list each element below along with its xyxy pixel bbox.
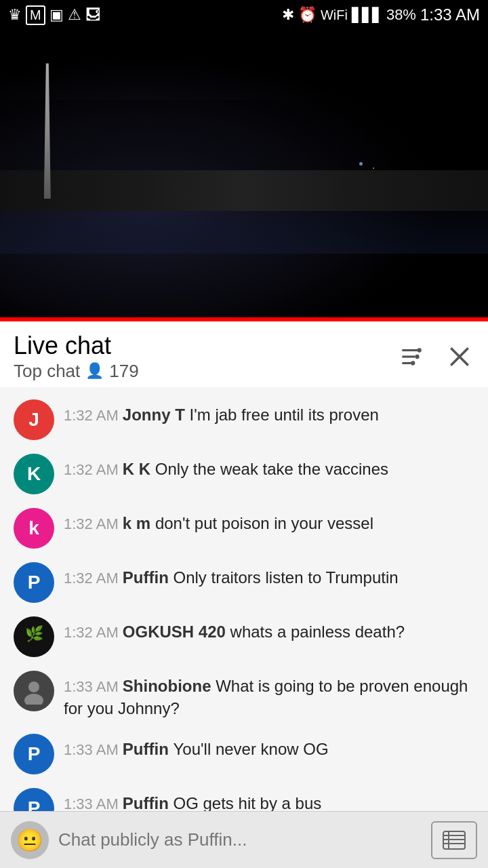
status-icons-left: ♛ M ▣ ⚠ ⛾	[8, 5, 100, 25]
viewer-count: 179	[109, 361, 138, 382]
message-row: J1:32 AM Jonny T I'm jab free until its …	[0, 393, 488, 447]
wifi-icon: WiFi	[321, 7, 348, 23]
filter-button[interactable]	[396, 342, 426, 372]
message-author: Puffin	[123, 794, 174, 812]
message-author: Shinobione	[123, 677, 216, 695]
input-bar: 😐	[0, 811, 488, 868]
message-author: Jonny T	[123, 406, 190, 424]
message-content: 1:32 AM Puffin Only traitors listen to T…	[64, 562, 474, 589]
message-time: 1:32 AM	[64, 407, 123, 424]
chat-header: Live chat Top chat 👤 179	[0, 321, 488, 387]
video-player[interactable]	[0, 30, 488, 321]
signal-icon: ▋▋▋	[352, 7, 382, 23]
message-time: 1:32 AM	[64, 461, 123, 478]
message-content: 1:33 AM Shinobione What is going to be p…	[64, 671, 474, 720]
message-content: 1:32 AM Jonny T I'm jab free until its p…	[64, 399, 474, 427]
message-body: 1:33 AM Shinobione What is going to be p…	[64, 675, 474, 720]
close-button[interactable]	[445, 342, 474, 372]
warning-icon: ⚠	[68, 6, 81, 24]
message-row: 1:33 AM Shinobione What is going to be p…	[0, 664, 488, 727]
message-author: k m	[123, 514, 155, 532]
message-row: P1:32 AM Puffin Only traitors listen to …	[0, 555, 488, 610]
image-icon: ⛾	[85, 6, 100, 24]
m-icon: M	[26, 5, 45, 25]
svg-text:🌿: 🌿	[25, 625, 44, 643]
send-button[interactable]	[431, 821, 477, 859]
message-body: 1:32 AM Jonny T I'm jab free until its p…	[64, 403, 474, 427]
message-time: 1:32 AM	[64, 570, 123, 587]
time-display: 1:33 AM	[420, 5, 480, 24]
avatar: k	[14, 508, 54, 549]
message-body: 1:32 AM OGKUSH 420 whats a painless deat…	[64, 620, 474, 644]
message-text: Only the weak take the vaccines	[155, 460, 388, 478]
status-icons-right: ✱ ⏰ WiFi ▋▋▋ 38% 1:33 AM	[282, 5, 480, 24]
svg-point-11	[24, 694, 43, 705]
message-text: Only traitors listen to Trumputin	[174, 568, 399, 587]
message-time: 1:32 AM	[64, 515, 123, 532]
people-icon: 👤	[85, 362, 104, 380]
crown-icon: ♛	[8, 6, 22, 24]
message-body: 1:33 AM Puffin You'll never know OG	[64, 738, 474, 761]
avatar: P	[14, 562, 54, 603]
message-content: 1:32 AM k m don't put poison in your ves…	[64, 508, 474, 535]
avatar	[14, 671, 54, 711]
message-text: OG gets hit by a bus	[174, 794, 322, 812]
emoji-button[interactable]: 😐	[11, 821, 49, 859]
status-bar: ♛ M ▣ ⚠ ⛾ ✱ ⏰ WiFi ▋▋▋ 38% 1:33 AM	[0, 0, 488, 30]
avatar: 🌿	[14, 616, 54, 657]
message-content: 1:33 AM Puffin You'll never know OG	[64, 734, 474, 761]
svg-point-5	[411, 361, 415, 366]
message-author: Puffin	[123, 568, 174, 587]
message-author: OGKUSH 420	[123, 623, 230, 641]
message-text: whats a painless death?	[230, 623, 405, 641]
video-progress-bar[interactable]	[0, 317, 488, 321]
message-time: 1:32 AM	[64, 624, 123, 641]
message-row: P1:33 AM Puffin You'll never know OG	[0, 727, 488, 781]
emoji-icon: 😐	[16, 827, 43, 853]
message-body: 1:32 AM K K Only the weak take the vacci…	[64, 458, 474, 481]
message-body: 1:32 AM Puffin Only traitors listen to T…	[64, 566, 474, 589]
message-time: 1:33 AM	[64, 741, 123, 758]
alarm-icon: ⏰	[298, 6, 317, 24]
chat-header-left: Live chat Top chat 👤 179	[14, 332, 139, 382]
message-author: Puffin	[123, 740, 174, 758]
message-row: 🌿1:32 AM OGKUSH 420 whats a painless dea…	[0, 610, 488, 664]
avatar: P	[14, 734, 54, 774]
bluetooth-icon: ✱	[282, 6, 294, 24]
chat-header-right	[396, 342, 474, 372]
svg-point-3	[418, 349, 422, 353]
message-time: 1:33 AM	[64, 795, 123, 812]
folder-icon: ▣	[49, 6, 64, 24]
chat-input-field[interactable]	[58, 821, 422, 859]
message-row: k1:32 AM k m don't put poison in your ve…	[0, 501, 488, 555]
message-content: 1:32 AM OGKUSH 420 whats a painless deat…	[64, 616, 474, 644]
message-time: 1:33 AM	[64, 678, 123, 695]
message-content: 1:32 AM K K Only the weak take the vacci…	[64, 454, 474, 481]
battery-text: 38%	[386, 6, 416, 24]
svg-point-10	[28, 682, 39, 692]
message-body: 1:32 AM k m don't put poison in your ves…	[64, 512, 474, 535]
message-text: don't put poison in your vessel	[155, 514, 373, 532]
chat-subtitle: Top chat 👤 179	[14, 361, 139, 382]
message-author: K K	[123, 460, 155, 478]
chat-title: Live chat	[14, 332, 139, 359]
messages-container: J1:32 AM Jonny T I'm jab free until its …	[0, 387, 488, 841]
live-chat-panel: Live chat Top chat 👤 179	[0, 321, 488, 841]
avatar: K	[14, 454, 54, 494]
avatar: J	[14, 399, 54, 440]
message-text: You'll never know OG	[174, 740, 329, 758]
message-row: K1:32 AM K K Only the weak take the vacc…	[0, 447, 488, 501]
svg-point-4	[415, 355, 419, 359]
top-chat-label: Top chat	[14, 361, 80, 382]
message-text: I'm jab free until its proven	[190, 406, 379, 424]
